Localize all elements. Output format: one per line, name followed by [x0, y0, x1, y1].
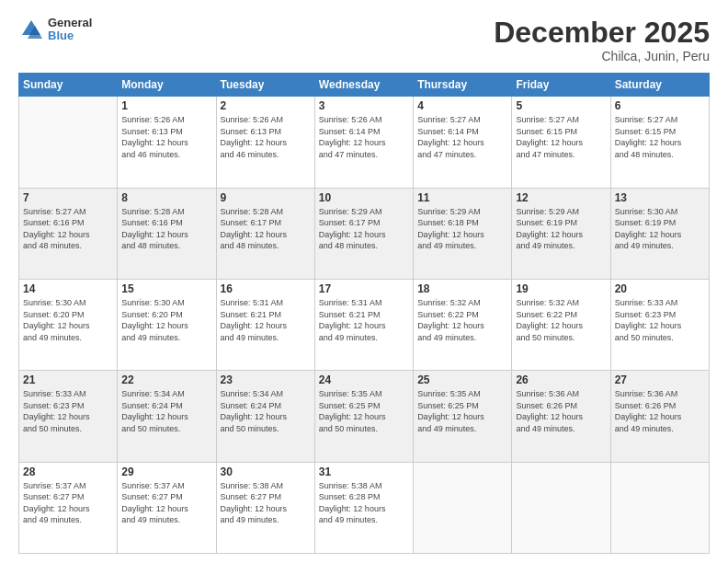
table-row: 3Sunrise: 5:26 AMSunset: 6:14 PMDaylight… [314, 97, 413, 188]
col-thursday: Thursday [414, 74, 512, 97]
day-info: Sunrise: 5:30 AMSunset: 6:20 PMDaylight:… [23, 297, 113, 343]
day-info: Sunrise: 5:31 AMSunset: 6:21 PMDaylight:… [319, 297, 409, 343]
day-number: 20 [615, 282, 705, 295]
day-info: Sunrise: 5:26 AMSunset: 6:13 PMDaylight:… [121, 114, 211, 160]
day-info: Sunrise: 5:29 AMSunset: 6:19 PMDaylight:… [516, 206, 606, 252]
table-row [19, 97, 118, 188]
table-row [512, 462, 610, 553]
day-number: 4 [417, 99, 507, 112]
day-number: 17 [319, 282, 409, 295]
day-info: Sunrise: 5:34 AMSunset: 6:24 PMDaylight:… [121, 388, 211, 434]
table-row: 17Sunrise: 5:31 AMSunset: 6:21 PMDayligh… [314, 279, 413, 370]
title-block: December 2025 Chilca, Junin, Peru [494, 17, 710, 63]
calendar-week-row: 1Sunrise: 5:26 AMSunset: 6:13 PMDaylight… [19, 97, 710, 188]
table-row: 27Sunrise: 5:36 AMSunset: 6:26 PMDayligh… [610, 371, 709, 462]
day-info: Sunrise: 5:26 AMSunset: 6:13 PMDaylight:… [221, 114, 311, 160]
day-number: 7 [23, 191, 113, 204]
day-number: 9 [221, 191, 311, 204]
calendar-week-row: 28Sunrise: 5:37 AMSunset: 6:27 PMDayligh… [19, 462, 710, 553]
month-title: December 2025 [494, 17, 710, 49]
day-info: Sunrise: 5:38 AMSunset: 6:28 PMDaylight:… [319, 480, 409, 526]
table-row: 14Sunrise: 5:30 AMSunset: 6:20 PMDayligh… [19, 279, 118, 370]
day-info: Sunrise: 5:30 AMSunset: 6:20 PMDaylight:… [121, 297, 211, 343]
day-number: 13 [615, 191, 705, 204]
day-number: 30 [221, 465, 311, 478]
day-number: 25 [417, 373, 507, 386]
day-number: 29 [121, 465, 211, 478]
logo: General Blue [18, 17, 92, 43]
day-info: Sunrise: 5:38 AMSunset: 6:27 PMDaylight:… [221, 480, 311, 526]
day-number: 21 [23, 373, 113, 386]
day-info: Sunrise: 5:32 AMSunset: 6:22 PMDaylight:… [417, 297, 507, 343]
table-row: 9Sunrise: 5:28 AMSunset: 6:17 PMDaylight… [216, 188, 314, 279]
day-number: 31 [319, 465, 409, 478]
logo-icon [18, 17, 44, 42]
table-row [610, 462, 709, 553]
day-info: Sunrise: 5:36 AMSunset: 6:26 PMDaylight:… [516, 388, 606, 434]
col-sunday: Sunday [19, 74, 118, 97]
day-number: 3 [319, 99, 409, 112]
day-info: Sunrise: 5:28 AMSunset: 6:16 PMDaylight:… [121, 206, 211, 252]
table-row: 4Sunrise: 5:27 AMSunset: 6:14 PMDaylight… [414, 97, 512, 188]
table-row: 12Sunrise: 5:29 AMSunset: 6:19 PMDayligh… [512, 188, 610, 279]
calendar-table: Sunday Monday Tuesday Wednesday Thursday… [18, 73, 710, 554]
day-number: 1 [121, 99, 211, 112]
day-info: Sunrise: 5:27 AMSunset: 6:15 PMDaylight:… [516, 114, 606, 160]
day-number: 28 [23, 465, 113, 478]
day-number: 22 [121, 373, 211, 386]
header: General Blue December 2025 Chilca, Junin… [18, 17, 710, 63]
table-row: 28Sunrise: 5:37 AMSunset: 6:27 PMDayligh… [19, 462, 118, 553]
day-number: 19 [516, 282, 606, 295]
day-info: Sunrise: 5:26 AMSunset: 6:14 PMDaylight:… [319, 114, 409, 160]
table-row: 1Sunrise: 5:26 AMSunset: 6:13 PMDaylight… [118, 97, 216, 188]
calendar-week-row: 7Sunrise: 5:27 AMSunset: 6:16 PMDaylight… [19, 188, 710, 279]
day-info: Sunrise: 5:27 AMSunset: 6:16 PMDaylight:… [23, 206, 113, 252]
col-saturday: Saturday [610, 74, 709, 97]
day-number: 2 [221, 99, 311, 112]
table-row: 29Sunrise: 5:37 AMSunset: 6:27 PMDayligh… [118, 462, 216, 553]
col-monday: Monday [118, 74, 216, 97]
table-row: 10Sunrise: 5:29 AMSunset: 6:17 PMDayligh… [314, 188, 413, 279]
table-row: 19Sunrise: 5:32 AMSunset: 6:22 PMDayligh… [512, 279, 610, 370]
day-number: 18 [417, 282, 507, 295]
table-row: 26Sunrise: 5:36 AMSunset: 6:26 PMDayligh… [512, 371, 610, 462]
table-row: 20Sunrise: 5:33 AMSunset: 6:23 PMDayligh… [610, 279, 709, 370]
table-row: 8Sunrise: 5:28 AMSunset: 6:16 PMDaylight… [118, 188, 216, 279]
day-info: Sunrise: 5:35 AMSunset: 6:25 PMDaylight:… [417, 388, 507, 434]
day-number: 27 [615, 373, 705, 386]
table-row: 23Sunrise: 5:34 AMSunset: 6:24 PMDayligh… [216, 371, 314, 462]
table-row: 13Sunrise: 5:30 AMSunset: 6:19 PMDayligh… [610, 188, 709, 279]
col-wednesday: Wednesday [314, 74, 413, 97]
calendar-week-row: 21Sunrise: 5:33 AMSunset: 6:23 PMDayligh… [19, 371, 710, 462]
day-info: Sunrise: 5:32 AMSunset: 6:22 PMDaylight:… [516, 297, 606, 343]
day-number: 14 [23, 282, 113, 295]
day-number: 16 [221, 282, 311, 295]
table-row: 30Sunrise: 5:38 AMSunset: 6:27 PMDayligh… [216, 462, 314, 553]
day-number: 24 [319, 373, 409, 386]
table-row: 21Sunrise: 5:33 AMSunset: 6:23 PMDayligh… [19, 371, 118, 462]
day-info: Sunrise: 5:29 AMSunset: 6:18 PMDaylight:… [417, 206, 507, 252]
table-row: 15Sunrise: 5:30 AMSunset: 6:20 PMDayligh… [118, 279, 216, 370]
day-number: 6 [615, 99, 705, 112]
day-info: Sunrise: 5:37 AMSunset: 6:27 PMDaylight:… [23, 480, 113, 526]
table-row: 18Sunrise: 5:32 AMSunset: 6:22 PMDayligh… [414, 279, 512, 370]
day-number: 5 [516, 99, 606, 112]
logo-blue-text: Blue [48, 29, 92, 42]
table-row: 6Sunrise: 5:27 AMSunset: 6:15 PMDaylight… [610, 97, 709, 188]
page: General Blue December 2025 Chilca, Junin… [0, 0, 728, 563]
day-info: Sunrise: 5:35 AMSunset: 6:25 PMDaylight:… [319, 388, 409, 434]
day-info: Sunrise: 5:27 AMSunset: 6:15 PMDaylight:… [615, 114, 705, 160]
col-friday: Friday [512, 74, 610, 97]
logo-general-text: General [48, 17, 92, 29]
logo-text: General Blue [48, 17, 92, 43]
table-row [414, 462, 512, 553]
day-info: Sunrise: 5:29 AMSunset: 6:17 PMDaylight:… [319, 206, 409, 252]
day-number: 23 [221, 373, 311, 386]
day-info: Sunrise: 5:36 AMSunset: 6:26 PMDaylight:… [615, 388, 705, 434]
day-info: Sunrise: 5:31 AMSunset: 6:21 PMDaylight:… [221, 297, 311, 343]
day-number: 11 [417, 191, 507, 204]
table-row: 25Sunrise: 5:35 AMSunset: 6:25 PMDayligh… [414, 371, 512, 462]
calendar-header-row: Sunday Monday Tuesday Wednesday Thursday… [19, 74, 710, 97]
day-number: 10 [319, 191, 409, 204]
day-info: Sunrise: 5:37 AMSunset: 6:27 PMDaylight:… [121, 480, 211, 526]
